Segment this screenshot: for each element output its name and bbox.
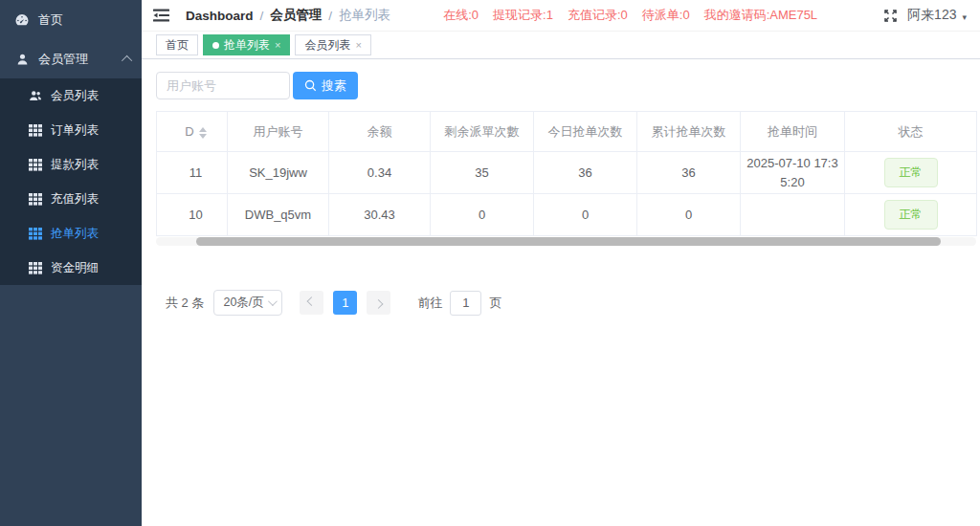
table-grid-icon (29, 261, 42, 274)
fullscreen-icon[interactable] (882, 8, 899, 24)
table-grid-icon (29, 227, 42, 240)
sidebar-item-order-list[interactable]: 订单列表 (0, 113, 142, 147)
stat-recharge-records[interactable]: 充值记录:0 (568, 7, 628, 24)
content: 搜素 D 用户账号 余额 剩余派單次數 今日抢单次数 (142, 59, 980, 526)
search-input[interactable] (156, 72, 290, 99)
stat-pending-dispatch[interactable]: 待派单:0 (642, 7, 690, 24)
sidebar-group-member-management[interactable]: 会员管理 (0, 40, 142, 78)
top-navbar: Dashboard / 会员管理 / 抢单列表 在线:0 提现记录:1 充值记录… (142, 0, 980, 32)
tabbar: 首页 抢单列表 × 会员列表 × (142, 32, 980, 59)
table-grid-icon (29, 158, 42, 171)
breadcrumb: Dashboard / 会员管理 / 抢单列表 (186, 7, 390, 24)
sidebar-item-label: 首页 (38, 11, 63, 29)
column-header-grab-time: 抢单时间 (741, 112, 845, 152)
app-layout: 首页 会员管理 会员列表 订单列表 (0, 0, 980, 526)
active-dot-icon (212, 42, 219, 49)
sidebar-item-home[interactable]: 首页 (0, 0, 142, 40)
close-icon[interactable]: × (355, 40, 361, 51)
sidebar-submenu: 会员列表 订单列表 提款列表 充值列表 (0, 78, 142, 285)
stat-online[interactable]: 在线:0 (443, 7, 479, 24)
sidebar-item-member-list[interactable]: 会员列表 (0, 78, 142, 113)
cell-today: 36 (534, 152, 637, 194)
cell-remaining: 0 (431, 194, 534, 236)
members-table: D 用户账号 余额 剩余派單次數 今日抢单次数 累计抢单次数 抢单时间 状态 1… (156, 111, 977, 236)
sidebar-item-label: 充值列表 (51, 191, 99, 208)
sidebar-item-label: 抢单列表 (51, 226, 99, 242)
page-number-button[interactable]: 1 (333, 291, 357, 315)
search-row: 搜素 (156, 72, 976, 99)
column-header-id[interactable]: D (157, 112, 228, 152)
goto-page-group: 前往 页 (417, 291, 501, 316)
tab-member-list[interactable]: 会员列表 × (295, 34, 370, 55)
username[interactable]: 阿来123 (907, 7, 956, 24)
sidebar-item-label: 资金明细 (51, 260, 99, 276)
table-row: 10 DWB_q5vm 30.43 0 0 0 正常 (157, 194, 977, 236)
sidebar-item-label: 会员列表 (51, 88, 99, 104)
cell-status: 正常 (845, 152, 977, 194)
stat-invite-code[interactable]: 我的邀请码:AME75L (704, 7, 817, 24)
breadcrumb-section[interactable]: 会员管理 (270, 7, 322, 24)
header-stats: 在线:0 提现记录:1 充值记录:0 待派单:0 我的邀请码:AME75L (443, 7, 817, 24)
cell-grab-time (741, 194, 845, 236)
column-header-balance: 余额 (329, 112, 431, 152)
chevron-left-icon (307, 296, 317, 306)
page-size-select[interactable]: 20条/页 (213, 290, 282, 316)
goto-page-input[interactable] (450, 291, 481, 316)
tab-label: 抢单列表 (224, 37, 270, 54)
sidebar-item-withdraw-list[interactable]: 提款列表 (0, 147, 142, 182)
cell-remaining: 35 (431, 152, 534, 194)
chevron-down-icon (268, 296, 278, 306)
tab-grab-order-list[interactable]: 抢单列表 × (203, 34, 290, 55)
table-grid-icon (29, 123, 42, 137)
sidebar-item-recharge-list[interactable]: 充值列表 (0, 182, 142, 216)
breadcrumb-current: 抢单列表 (339, 7, 390, 24)
breadcrumb-home[interactable]: Dashboard (186, 9, 254, 23)
stat-withdraw-records[interactable]: 提现记录:1 (493, 7, 553, 24)
table-row: 11 SK_19jww 0.34 35 36 36 2025-07-10 17:… (157, 152, 977, 194)
status-badge[interactable]: 正常 (884, 158, 938, 187)
search-button[interactable]: 搜素 (293, 72, 358, 99)
status-badge[interactable]: 正常 (884, 200, 938, 230)
cell-balance: 0.34 (329, 152, 431, 194)
table-grid-icon (29, 192, 42, 206)
main-area: Dashboard / 会员管理 / 抢单列表 在线:0 提现记录:1 充值记录… (142, 0, 980, 526)
column-header-account: 用户账号 (228, 112, 329, 152)
sidebar-item-fund-details[interactable]: 资金明细 (0, 251, 142, 285)
column-header-label: D (185, 124, 193, 139)
table-header-row: D 用户账号 余额 剩余派單次數 今日抢单次数 累计抢单次数 抢单时间 状态 (157, 112, 977, 152)
chevron-right-icon (374, 299, 384, 309)
cell-today: 0 (534, 194, 637, 236)
page-number: 1 (342, 296, 348, 310)
page-size-value: 20条/页 (223, 295, 263, 311)
sidebar-item-label: 提款列表 (51, 157, 99, 173)
prev-page-button[interactable] (300, 291, 323, 315)
sidebar: 首页 会员管理 会员列表 订单列表 (0, 0, 142, 526)
users-icon (29, 89, 42, 102)
dashboard-icon (14, 12, 30, 28)
cell-account: DWB_q5vm (228, 194, 329, 236)
tab-home[interactable]: 首页 (156, 34, 198, 55)
tab-label: 首页 (166, 37, 189, 54)
cell-account: SK_19jww (228, 152, 329, 194)
column-header-total-grabs: 累计抢单次数 (637, 112, 741, 152)
tab-label: 会员列表 (304, 37, 350, 54)
column-header-remaining-dispatch: 剩余派單次數 (431, 112, 534, 152)
caret-down-icon[interactable]: ▾ (962, 12, 967, 22)
cell-total: 0 (637, 194, 741, 236)
sort-icon[interactable] (199, 127, 207, 139)
next-page-button[interactable] (367, 291, 390, 315)
page-unit-label: 页 (489, 295, 501, 312)
cell-balance: 30.43 (329, 194, 431, 236)
cell-status: 正常 (845, 194, 977, 236)
sidebar-item-grab-order-list[interactable]: 抢单列表 (0, 216, 142, 251)
sidebar-collapse-icon[interactable] (153, 6, 172, 25)
breadcrumb-separator: / (260, 9, 264, 23)
chevron-up-icon (122, 55, 132, 66)
goto-label: 前往 (417, 295, 442, 312)
scrollbar-thumb[interactable] (196, 237, 941, 246)
cell-id: 11 (157, 152, 228, 194)
cell-grab-time: 2025-07-10 17:35:20 (741, 152, 845, 194)
sidebar-group-label: 会员管理 (38, 51, 88, 68)
close-icon[interactable]: × (275, 40, 280, 51)
horizontal-scrollbar[interactable] (156, 237, 976, 246)
